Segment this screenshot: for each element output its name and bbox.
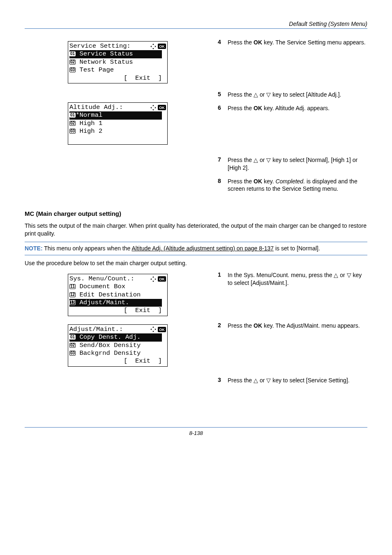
lcd3-row3: 13 Adjust/Maint.	[69, 299, 162, 307]
lcd2-row3: 03 High 2	[69, 127, 166, 135]
ok-icon: OK	[158, 276, 166, 282]
nav-arrows-icon	[150, 105, 156, 111]
step-5: 5 Press the △ or ▽ key to select [Altitu…	[218, 91, 367, 99]
ok-icon: OK	[158, 327, 166, 332]
lcd1-exit: [ Exit ]	[69, 74, 166, 82]
step-3: 3 Press the △ or ▽ key to select [Servic…	[218, 377, 367, 384]
header-rule	[25, 28, 367, 29]
page-number: 8-138	[189, 430, 203, 436]
section-intro: This sets the output of the main charger…	[25, 222, 367, 238]
down-triangle-icon: ▽	[347, 272, 351, 278]
ok-icon: OK	[158, 105, 166, 110]
section-heading: MC (Main charger output setting)	[25, 210, 367, 217]
lcd4-title: Adjust/Maint.:	[69, 326, 123, 333]
svg-text:OK: OK	[159, 44, 165, 49]
step-2: 2 Press the OK key. The Adjust/Maint. me…	[218, 322, 367, 330]
lcd3-row2: 12 Edit Destination	[69, 291, 166, 299]
svg-text:OK: OK	[159, 106, 165, 110]
lcd4-row1: 01 Copy Denst. Adj.	[69, 333, 162, 341]
step-8: 8 Press the OK key. Completed. is displa…	[218, 178, 367, 193]
header-title: Default Setting (System Menu)	[289, 21, 367, 27]
page-footer: 8-138	[25, 427, 367, 436]
step-1: 1 In the Sys. Menu/Count. menu, press th…	[218, 271, 367, 287]
note-rule-top	[25, 242, 367, 242]
lcd4-row3: 03 Backgrnd Density	[69, 349, 166, 357]
down-triangle-icon: ▽	[266, 91, 271, 98]
page-header: Default Setting (System Menu)	[25, 21, 367, 27]
svg-text:OK: OK	[159, 277, 165, 281]
lcd2-row2: 02 High 1	[69, 120, 166, 127]
step-7: 7 Press the △ or ▽ key to select [Normal…	[218, 156, 367, 172]
step-6: 6 Press the OK key. Altitude Adj. appear…	[218, 104, 367, 112]
lcd3-row1: 11 Document Box	[69, 283, 166, 291]
svg-text:OK: OK	[159, 328, 165, 332]
lcd1-title: Service Setting:	[69, 42, 131, 50]
note-rule-bottom	[25, 255, 367, 255]
lcd-altitude-adj: Altitude Adj.: OK 01*Normal 02 High 1 03…	[68, 102, 168, 145]
lcd3-exit: [ Exit ]	[69, 307, 166, 314]
up-triangle-icon: △	[254, 377, 258, 384]
lcd1-row1: 01 Service Status	[69, 50, 162, 58]
lcd2-row1: 01*Normal	[69, 111, 162, 119]
nav-ok-icons: OK	[150, 44, 166, 49]
nav-ok-icons: OK	[150, 105, 166, 111]
step-4: 4 Press the OK key. The Service Setting …	[218, 39, 367, 46]
up-triangle-icon: △	[334, 272, 338, 278]
lcd-service-setting: Service Setting: OK 01 Service Status 02…	[68, 41, 168, 83]
lcd-adjust-maint: Adjust/Maint.: OK 01 Copy Denst. Adj. 02…	[68, 324, 168, 367]
up-triangle-icon: △	[254, 157, 258, 163]
nav-ok-icons: OK	[150, 326, 166, 332]
lcd3-title: Sys. Menu/Count.:	[69, 275, 134, 283]
lcd1-row3: 03 Test Page	[69, 66, 166, 74]
altitude-adj-link[interactable]: Altitude Adj. (Altitude adjustment setti…	[131, 245, 274, 252]
note-paragraph: NOTE: This menu only appears when the Al…	[25, 245, 367, 252]
nav-arrows-icon	[150, 44, 156, 49]
lcd-sys-menu: Sys. Menu/Count.: OK 11 Document Box 12 …	[68, 274, 168, 316]
nav-ok-icons: OK	[150, 276, 166, 282]
lcd1-row2: 02 Network Status	[69, 58, 166, 66]
lcd4-exit: [ Exit ]	[69, 357, 166, 365]
procedure-intro: Use the procedure below to set the main …	[25, 259, 367, 267]
note-label: NOTE:	[25, 245, 43, 252]
ok-icon: OK	[158, 44, 166, 49]
lcd2-title: Altitude Adj.:	[69, 104, 123, 111]
down-triangle-icon: ▽	[266, 377, 271, 384]
footer-rule	[25, 427, 367, 428]
down-triangle-icon: ▽	[266, 157, 271, 163]
nav-arrows-icon	[150, 326, 156, 332]
nav-arrows-icon	[150, 276, 156, 282]
up-triangle-icon: △	[254, 91, 258, 98]
lcd4-row2: 02 Send/Box Density	[69, 342, 166, 349]
